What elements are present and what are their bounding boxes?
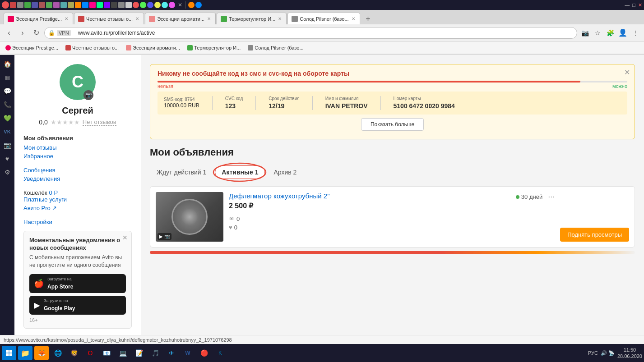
sidebar-home-icon[interactable]: 🏠: [2, 59, 13, 69]
tab-2-close[interactable]: ✕: [134, 16, 140, 22]
address-input[interactable]: [73, 27, 573, 39]
bookmark-5[interactable]: Солод Pilsner (базо...: [246, 44, 305, 51]
listing-views: 👁 0: [229, 215, 555, 222]
forward-btn[interactable]: ›: [17, 27, 28, 38]
app-store-btn[interactable]: 🍎 Загрузите на App Store: [29, 274, 126, 293]
listing-more-btn[interactable]: ···: [548, 192, 555, 202]
taskbar-app4[interactable]: 🎵: [148, 346, 162, 360]
tab-4-close[interactable]: ✕: [277, 16, 283, 22]
taskbar-brave[interactable]: 🦁: [67, 346, 81, 360]
my-reviews-link[interactable]: Мои отзывы: [23, 144, 132, 151]
tab-awaiting-label: Ждут действий: [157, 169, 201, 176]
tab-2-label: Честные отзывы о...: [86, 16, 133, 22]
sidebar-tabs-icon[interactable]: ▦: [2, 72, 13, 83]
tab-1[interactable]: Эссенция Prestige... ✕: [4, 13, 73, 24]
taskbar-app1[interactable]: 📧: [99, 346, 114, 360]
listing-stats: 👁 0 ♥ 0: [229, 215, 555, 231]
tab-3[interactable]: Эссенции аромати... ✕: [145, 13, 216, 24]
tab-awaiting[interactable]: Ждут действий 1: [150, 165, 213, 179]
boost-btn[interactable]: Поднять просмотры: [560, 228, 629, 242]
listing-days-text: 30 дней: [521, 193, 542, 200]
taskbar-app5[interactable]: 🔴: [197, 346, 211, 360]
card-divider-3: [312, 96, 313, 110]
tab-5[interactable]: Солод Pilsner (базо... ✕: [287, 13, 360, 24]
popup-close-btn[interactable]: ✕: [122, 234, 128, 241]
notifications-link[interactable]: Уведомления: [23, 175, 132, 182]
profile-name: Сергей: [23, 105, 132, 116]
number-value: 5100 6472 0020 9984: [394, 102, 455, 110]
tab-1-favicon: [8, 16, 14, 22]
ext-overflow[interactable]: ✕: [178, 2, 182, 8]
menu-icon[interactable]: ⋮: [630, 28, 640, 38]
google-play-btn[interactable]: ▶ Загрузите на Google Play: [29, 296, 126, 315]
new-tab-btn[interactable]: +: [363, 14, 374, 24]
close-btn[interactable]: ✕: [638, 2, 642, 8]
taskbar-telegram[interactable]: ✈: [164, 346, 179, 360]
favorites-link[interactable]: Избранное: [23, 153, 132, 160]
back-btn[interactable]: ‹: [4, 27, 14, 38]
sidebar-instagram-icon[interactable]: 📷: [2, 140, 13, 151]
screenshot-icon[interactable]: 📷: [580, 28, 590, 38]
sidebar-phone-icon[interactable]: 📞: [2, 99, 13, 110]
ext-icon-12: [89, 2, 96, 8]
account-icon[interactable]: 👤: [618, 28, 628, 38]
tab-active[interactable]: Активные 1: [215, 165, 265, 179]
taskbar-browser[interactable]: 🦊: [34, 346, 49, 360]
tab-archive[interactable]: Архив 2: [267, 165, 303, 179]
sidebar-whatsapp-icon[interactable]: 💚: [2, 113, 13, 124]
avito-pro-link[interactable]: Авито Pro ↗: [23, 205, 132, 211]
sidebar-heart-icon[interactable]: ♥: [2, 153, 13, 164]
tab-1-close[interactable]: ✕: [64, 16, 69, 22]
restore-btn[interactable]: □: [632, 2, 635, 8]
star-icon[interactable]: ☆: [593, 28, 602, 38]
no-reviews-link[interactable]: Нет отзывов: [83, 119, 116, 126]
tab-3-favicon: [149, 16, 155, 22]
bookmark-2[interactable]: Честные отзывы о...: [64, 44, 120, 51]
ext-icon-17: [125, 2, 132, 8]
ext-icon-4: [32, 2, 38, 8]
google-play-small: Загрузите на: [44, 298, 75, 303]
taskbar-app2[interactable]: 💻: [116, 346, 130, 360]
ext-icon-11: [82, 2, 88, 8]
page-content: С 📷 Сергей 0,0 ★★★★★ Нет отзывов Мои объ…: [14, 55, 644, 344]
tab-3-close[interactable]: ✕: [206, 16, 212, 22]
tab-5-close[interactable]: ✕: [351, 16, 356, 22]
paid-services-link[interactable]: Платные услуги: [23, 196, 132, 203]
taskbar-explorer[interactable]: 📁: [18, 346, 32, 360]
ext-icon-24: [188, 2, 195, 8]
wallet-amount: 0 Р: [49, 189, 58, 196]
listing-title[interactable]: Дефлегматор кожухотрубный 2": [229, 192, 330, 200]
taskbar-word[interactable]: W: [181, 346, 195, 360]
alert-progress-bar: [158, 81, 627, 82]
alert-nельзя-label: нельзя: [158, 83, 173, 89]
sidebar-settings-icon[interactable]: ⚙: [2, 167, 13, 178]
settings-link[interactable]: Настройки: [23, 219, 132, 225]
bookmark-4[interactable]: Терморегулятор И...: [185, 44, 242, 51]
show-more-btn[interactable]: Показать больше: [361, 118, 424, 131]
sidebar-messenger-icon[interactable]: 💬: [2, 86, 13, 96]
taskbar-app3[interactable]: 📝: [132, 346, 146, 360]
taskbar-chrome[interactable]: 🌐: [51, 346, 65, 360]
refresh-btn[interactable]: ↻: [31, 27, 42, 38]
sidebar-vk-icon[interactable]: VK: [2, 126, 13, 137]
taskbar-kaspersky[interactable]: K: [213, 346, 227, 360]
ext-icon-7: [53, 2, 60, 8]
extensions-icon[interactable]: 🧩: [605, 28, 615, 38]
taskbar-opera[interactable]: O: [83, 346, 97, 360]
tab-2[interactable]: Честные отзывы о... ✕: [74, 13, 144, 24]
start-btn[interactable]: [2, 346, 16, 360]
clock-time: 11:50: [617, 347, 642, 353]
bookmark-1[interactable]: Эссенция Prestige...: [4, 44, 60, 51]
camera-icon[interactable]: 📷: [83, 90, 93, 100]
minimize-btn[interactable]: —: [625, 2, 630, 8]
telegram-icon: ✈: [169, 349, 174, 357]
taskbar-clock[interactable]: 11:50 28.06.2020: [617, 347, 642, 360]
bookmark-3[interactable]: Эссенции аромати...: [124, 44, 182, 51]
browser-controls: — □ ✕: [625, 2, 642, 8]
windows-logo: [5, 349, 13, 357]
tab-4[interactable]: Терморегулятор И... ✕: [217, 13, 287, 24]
alert-close-btn[interactable]: ✕: [624, 68, 630, 77]
listings-tabs: Ждут действий 1 Активные 1 Архив 2: [150, 165, 635, 179]
messages-link[interactable]: Сообщения: [23, 167, 132, 174]
tray-icons: 🔊 📡: [601, 350, 615, 356]
